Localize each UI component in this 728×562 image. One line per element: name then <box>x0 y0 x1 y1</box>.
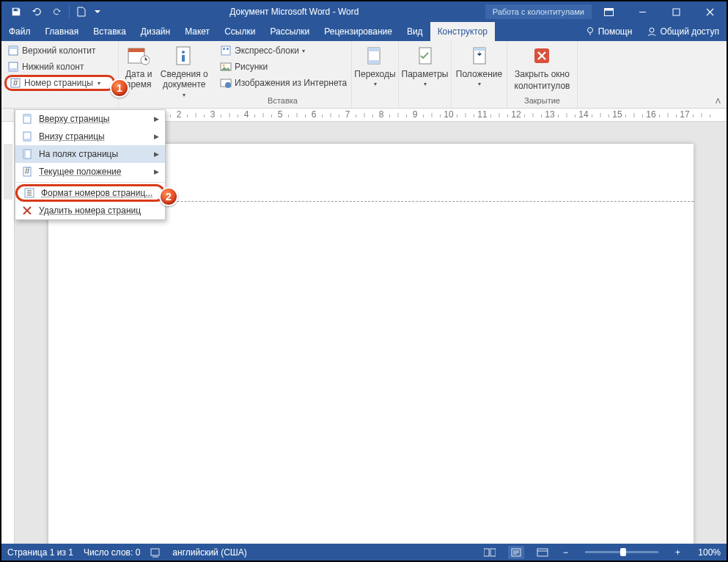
svg-rect-18 <box>223 48 225 50</box>
quick-parts-button[interactable]: Экспресс-блоки ▾ <box>217 43 348 59</box>
svg-text:7: 7 <box>345 109 350 120</box>
read-mode-button[interactable] <box>482 546 498 559</box>
options-icon <box>413 44 437 67</box>
tab-design[interactable]: Дизайн <box>133 22 177 41</box>
svg-rect-8 <box>9 68 18 71</box>
dd-top-of-page[interactable]: Вверху страницы ▶ <box>15 110 165 128</box>
zoom-level[interactable]: 100% <box>693 547 721 558</box>
goto-button[interactable]: Переходы ▾ <box>351 43 398 90</box>
footer-button[interactable]: Нижний колонт <box>4 59 115 75</box>
document-info-button[interactable]: Сведения о документе ▾ <box>157 43 211 100</box>
tab-insert[interactable]: Вставка <box>86 22 133 41</box>
qat-customize-button[interactable] <box>92 1 103 22</box>
word-window: Документ Microsoft Word - Word Работа с … <box>0 0 728 562</box>
word-count[interactable]: Число слов: 0 <box>84 547 140 558</box>
ribbon-display-button[interactable] <box>592 1 625 22</box>
minimize-button[interactable] <box>625 1 659 22</box>
tab-file[interactable]: Файл <box>1 22 38 41</box>
picture-icon <box>220 61 232 73</box>
svg-point-23 <box>225 82 231 88</box>
zoom-out-button[interactable]: − <box>561 547 570 558</box>
zoom-in-button[interactable]: + <box>673 547 683 558</box>
options-button[interactable]: Параметры ▾ <box>399 43 452 90</box>
vertical-ruler[interactable] <box>1 122 15 544</box>
svg-point-21 <box>223 65 225 67</box>
dd-format-page-numbers[interactable]: Формат номеров страниц... <box>15 184 165 202</box>
spell-check-icon[interactable] <box>150 547 162 558</box>
web-layout-button[interactable] <box>534 546 551 559</box>
remove-icon <box>21 205 33 216</box>
status-bar: Страница 1 из 1 Число слов: 0 английский… <box>1 544 727 561</box>
tab-references[interactable]: Ссылки <box>217 22 262 41</box>
svg-rect-1 <box>604 8 613 10</box>
svg-text:12: 12 <box>511 109 521 120</box>
svg-text:9: 9 <box>413 109 418 120</box>
page-bottom-icon <box>21 131 33 142</box>
ribbon: Верхний колонтит Нижний колонт # Номер с… <box>1 41 727 109</box>
new-doc-button[interactable] <box>71 1 92 22</box>
svg-text:17: 17 <box>680 109 690 120</box>
page-margins-icon <box>21 148 33 160</box>
svg-text:3: 3 <box>210 109 216 120</box>
goto-icon <box>364 44 387 67</box>
pictures-button[interactable]: Рисунки <box>217 59 348 75</box>
tab-mailings[interactable]: Рассылки <box>262 22 317 41</box>
ribbon-tabs: Файл Главная Вставка Дизайн Макет Ссылки… <box>1 22 727 41</box>
window-title: Документ Microsoft Word - Word <box>103 7 485 17</box>
language-indicator[interactable]: английский (США) <box>172 547 246 558</box>
online-picture-icon <box>220 77 232 89</box>
document-info-icon <box>172 44 196 67</box>
chevron-down-icon: ▾ <box>424 81 427 88</box>
annotation-badge-2: 2 <box>159 187 178 206</box>
tab-layout[interactable]: Макет <box>177 22 217 41</box>
redo-button[interactable] <box>47 1 67 22</box>
tab-view[interactable]: Вид <box>400 22 430 41</box>
tab-designer[interactable]: Конструктор <box>430 22 495 41</box>
quick-parts-icon <box>220 45 232 56</box>
header-icon <box>7 45 19 56</box>
svg-rect-116 <box>4 144 12 200</box>
svg-text:16: 16 <box>646 109 656 120</box>
svg-rect-117 <box>4 200 12 544</box>
footer-icon <box>7 61 19 73</box>
svg-rect-26 <box>368 60 380 64</box>
page-number-button[interactable]: # Номер страницы ▾ <box>4 75 115 91</box>
header-button[interactable]: Верхний колонтит <box>4 43 115 59</box>
tab-review[interactable]: Рецензирование <box>317 22 400 41</box>
dd-page-margins[interactable]: На полях страницы ▶ <box>15 145 165 163</box>
dd-bottom-of-page[interactable]: Внизу страницы ▶ <box>15 128 165 145</box>
zoom-slider[interactable] <box>585 551 658 553</box>
svg-rect-19 <box>227 48 229 50</box>
svg-text:11: 11 <box>477 109 488 120</box>
maximize-button[interactable] <box>659 1 693 22</box>
collapse-ribbon-button[interactable]: ᐱ <box>713 95 724 106</box>
close-header-footer-button[interactable]: Закрыть окно колонтитулов <box>512 43 573 93</box>
chevron-down-icon: ▾ <box>478 81 481 88</box>
share-button[interactable]: Общий доступ <box>639 22 727 41</box>
save-button[interactable] <box>6 1 26 22</box>
current-position-icon: # <box>21 166 33 178</box>
undo-button[interactable] <box>26 1 47 22</box>
dd-current-position[interactable]: # Текущее положение ▶ <box>15 163 165 180</box>
page-number-dropdown: Вверху страницы ▶ Внизу страницы ▶ На по… <box>15 109 166 220</box>
svg-rect-118 <box>151 549 159 555</box>
calendar-icon <box>127 44 150 67</box>
dd-remove-page-numbers[interactable]: Удалить номера страниц <box>15 202 165 219</box>
contextual-tab-label: Работа с колонтитулами <box>485 4 592 19</box>
close-button[interactable] <box>693 1 727 22</box>
online-pictures-button[interactable]: Изображения из Интернета <box>217 75 348 91</box>
svg-text:6: 6 <box>312 109 317 120</box>
svg-text:#: # <box>13 78 18 88</box>
svg-rect-32 <box>23 114 31 117</box>
page-indicator[interactable]: Страница 1 из 1 <box>7 547 73 558</box>
svg-rect-17 <box>221 46 230 55</box>
svg-rect-34 <box>23 139 31 141</box>
print-layout-button[interactable] <box>508 546 524 559</box>
svg-text:10: 10 <box>444 109 454 120</box>
svg-rect-122 <box>537 549 548 556</box>
tab-home[interactable]: Главная <box>38 22 87 41</box>
tell-me-button[interactable]: Помощн <box>578 22 640 41</box>
position-button[interactable]: Положение ▾ <box>453 43 505 90</box>
svg-text:13: 13 <box>545 109 555 120</box>
chevron-down-icon: ▾ <box>183 92 185 99</box>
